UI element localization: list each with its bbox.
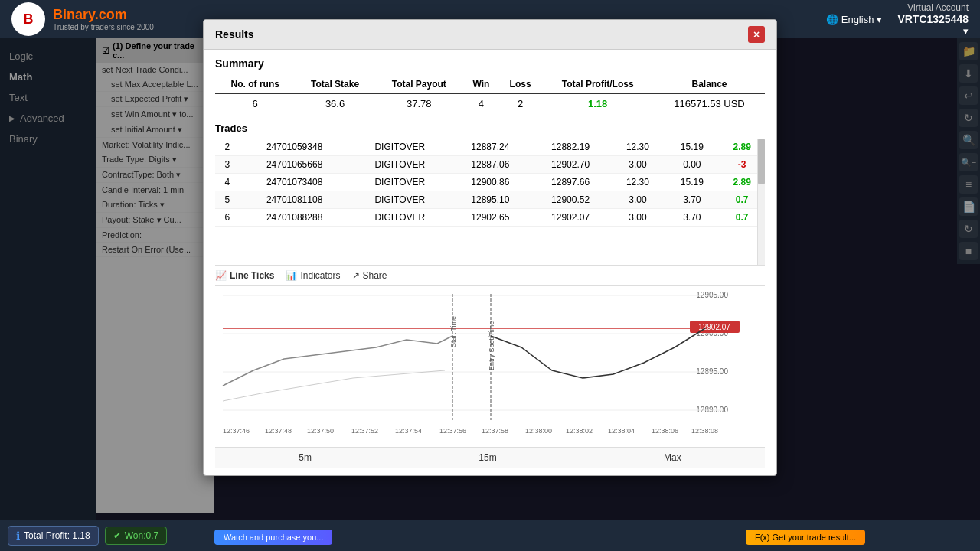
- modal-close-button[interactable]: ×: [748, 26, 765, 43]
- trade-payout: 3.70: [665, 209, 719, 227]
- info-icon: ℹ: [16, 530, 20, 542]
- trade-entry: 12887.24: [450, 139, 531, 156]
- summary-runs: 6: [215, 93, 295, 113]
- svg-text:Start Time: Start Time: [449, 316, 457, 347]
- trade-type: DIGITOVER: [350, 174, 450, 191]
- chart-area: 12905.00 12900.00 12895.00 12890.00 1290…: [215, 286, 765, 447]
- trade-exit: 12882.19: [531, 139, 611, 156]
- summary-balance: 116571.53 USD: [654, 93, 765, 113]
- modal-header: Results ×: [204, 20, 776, 50]
- trade-id: 24701073408: [240, 174, 350, 191]
- won-badge: ✔ Won:0.7: [105, 527, 167, 545]
- trade-exit: 12902.70: [531, 156, 611, 174]
- trade-type: DIGITOVER: [350, 191, 450, 209]
- indicators-icon: 📊: [286, 270, 297, 281]
- trade-num: 2: [215, 139, 240, 156]
- trade-id: 24701059348: [240, 139, 350, 156]
- svg-text:12:38:00: 12:38:00: [525, 427, 552, 435]
- total-profit-badge: ℹ Total Profit: 1.18: [8, 526, 99, 546]
- svg-text:12:38:06: 12:38:06: [652, 427, 678, 435]
- trade-entry: 12902.65: [450, 209, 531, 227]
- top-right: 🌐 English ▾ Virtual Account VRTC1325448 …: [826, 2, 969, 37]
- logo-text: Binary.com Trusted by traders since 2000: [53, 7, 154, 31]
- chart-tabs: 📈 Line Ticks 📊 Indicators ↗ Share: [215, 265, 765, 286]
- summary-profit-loss: 1.18: [541, 93, 654, 113]
- trade-stake: 3.00: [610, 156, 665, 174]
- brand-name: Binary.com: [53, 7, 154, 23]
- trade-payout: 15.19: [665, 139, 719, 156]
- account-dropdown-icon[interactable]: ▾: [963, 25, 969, 37]
- table-row: 5 24701081108 DIGITOVER 12895.10 12900.5…: [215, 191, 765, 209]
- trade-entry: 12900.86: [450, 174, 531, 191]
- col-profit-loss: Total Profit/Loss: [541, 76, 654, 93]
- language-selector[interactable]: 🌐 English ▾: [826, 14, 883, 25]
- total-profit-label: Total Profit: 1.18: [24, 530, 90, 541]
- results-modal: Results × Summary No. of runs Total Stak…: [203, 19, 777, 476]
- time-button-max[interactable]: Max: [652, 451, 693, 465]
- summary-payout: 37.78: [375, 93, 463, 113]
- trade-exit: 12902.07: [531, 209, 611, 227]
- trade-stake: 12.30: [610, 139, 665, 156]
- trade-stake: 3.00: [610, 191, 665, 209]
- tab-indicators-label: Indicators: [300, 270, 340, 281]
- col-loss: Loss: [499, 76, 541, 93]
- summary-win: 4: [463, 93, 499, 113]
- logo-icon: B: [11, 2, 45, 36]
- modal-body: Summary No. of runs Total Stake Total Pa…: [204, 50, 776, 475]
- svg-text:12:37:50: 12:37:50: [307, 427, 334, 435]
- scrollbar-thumb[interactable]: [758, 139, 765, 184]
- cta-left-button[interactable]: Watch and purchase you...: [214, 530, 332, 545]
- trade-type: DIGITOVER: [350, 156, 450, 174]
- time-button-15m[interactable]: 15m: [467, 451, 508, 465]
- trade-stake: 3.00: [610, 209, 665, 227]
- trade-num: 4: [215, 174, 240, 191]
- tab-share[interactable]: ↗ Share: [352, 270, 387, 281]
- tab-line-ticks[interactable]: 📈 Line Ticks: [215, 270, 274, 281]
- logo-area: B Binary.com Trusted by traders since 20…: [11, 2, 154, 36]
- trade-type: DIGITOVER: [350, 139, 450, 156]
- trade-type: DIGITOVER: [350, 209, 450, 227]
- trade-num: 5: [215, 191, 240, 209]
- tagline: Trusted by traders since 2000: [53, 23, 154, 31]
- col-payout: Total Payout: [375, 76, 463, 93]
- account-id: VRTC1325448: [897, 13, 969, 25]
- svg-text:12:37:56: 12:37:56: [439, 427, 466, 435]
- svg-text:12:37:58: 12:37:58: [482, 427, 508, 435]
- scrollbar-track[interactable]: [757, 139, 765, 265]
- svg-text:12:38:04: 12:38:04: [608, 427, 635, 435]
- time-button-5m[interactable]: 5m: [287, 451, 323, 465]
- table-row: 6 24701088288 DIGITOVER 12902.65 12902.0…: [215, 209, 765, 227]
- summary-title: Summary: [215, 57, 765, 70]
- summary-loss: 2: [499, 93, 541, 113]
- summary-stake: 36.6: [295, 93, 374, 113]
- modal-title: Results: [215, 28, 254, 41]
- trade-num: 3: [215, 156, 240, 174]
- table-row: 4 24701073408 DIGITOVER 12900.86 12897.6…: [215, 174, 765, 191]
- summary-table: No. of runs Total Stake Total Payout Win…: [215, 76, 765, 113]
- trade-payout: 15.19: [665, 174, 719, 191]
- trade-stake: 12.30: [610, 174, 665, 191]
- tab-share-label: Share: [363, 270, 387, 281]
- col-balance: Balance: [654, 76, 765, 93]
- trade-id: 24701081108: [240, 191, 350, 209]
- check-icon: ✔: [113, 530, 121, 541]
- trade-id: 24701088288: [240, 209, 350, 227]
- trade-exit: 12897.66: [531, 174, 611, 191]
- cta-right-button[interactable]: F(x) Get your trade result...: [746, 530, 865, 545]
- trade-id: 24701065668: [240, 156, 350, 174]
- trade-entry: 12887.06: [450, 156, 531, 174]
- tab-line-ticks-label: Line Ticks: [230, 270, 274, 281]
- tab-indicators[interactable]: 📊 Indicators: [286, 270, 340, 281]
- account-info: Virtual Account VRTC1325448 ▾: [897, 2, 969, 37]
- table-row: 2 24701059348 DIGITOVER 12887.24 12882.1…: [215, 139, 765, 156]
- svg-text:Entry Spot/Time: Entry Spot/Time: [488, 321, 495, 370]
- line-ticks-icon: 📈: [215, 270, 227, 281]
- svg-text:12:38:02: 12:38:02: [566, 427, 593, 435]
- summary-row: 6 36.6 37.78 4 2 1.18 116571.53 USD: [215, 93, 765, 113]
- account-type: Virtual Account: [897, 2, 969, 13]
- svg-text:12:37:48: 12:37:48: [265, 427, 292, 435]
- trade-payout: 0.00: [665, 156, 719, 174]
- trades-container: 2 24701059348 DIGITOVER 12887.24 12882.1…: [215, 139, 765, 265]
- trade-entry: 12895.10: [450, 191, 531, 209]
- svg-text:12:37:52: 12:37:52: [351, 427, 378, 435]
